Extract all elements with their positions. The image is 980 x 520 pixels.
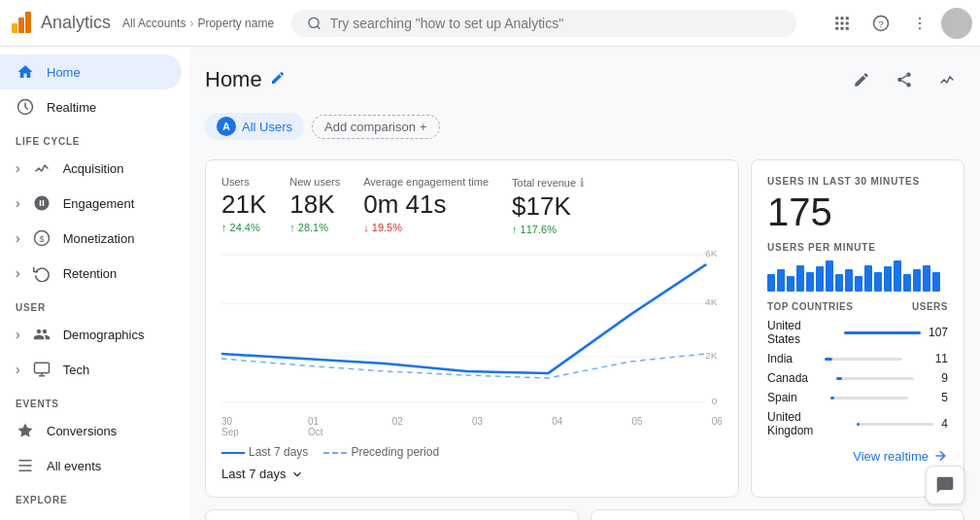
mini-bar <box>923 265 930 292</box>
chat-btn[interactable] <box>926 466 964 504</box>
svg-rect-5 <box>835 17 838 19</box>
sidebar-item-realtime[interactable]: Realtime <box>0 89 182 124</box>
mini-bar <box>913 269 921 292</box>
chart-legend: Last 7 days Preceding period <box>221 445 723 459</box>
insights-action-btn[interactable] <box>929 62 964 97</box>
country-bar <box>825 358 832 361</box>
svg-rect-11 <box>835 26 838 29</box>
metric-new-users-label: New users <box>289 176 340 188</box>
expand-icon-retention: › <box>16 265 20 281</box>
share-action-btn[interactable] <box>887 62 922 97</box>
country-count: 4 <box>941 417 948 431</box>
svg-text:6K: 6K <box>705 249 718 259</box>
add-comparison-btn[interactable]: Add comparison + <box>312 115 440 139</box>
page-title-area: Home <box>205 67 286 92</box>
view-realtime-btn[interactable]: View realtime <box>767 448 948 464</box>
svg-text:2K: 2K <box>705 351 718 361</box>
sidebar-item-engagement[interactable]: › Engagement <box>0 186 182 221</box>
svg-point-17 <box>919 21 921 23</box>
country-name: Canada <box>767 371 808 385</box>
x-label-6: 06 <box>712 416 723 437</box>
country-count: 9 <box>941 371 948 385</box>
all-users-chip[interactable]: A All Users <box>205 113 304 140</box>
svg-marker-25 <box>18 424 33 437</box>
svg-point-34 <box>897 78 902 83</box>
mini-bar <box>777 269 785 292</box>
sidebar-item-home[interactable]: Home <box>0 54 182 89</box>
help-icon-btn[interactable]: ? <box>863 6 898 41</box>
realtime-icon <box>16 97 35 117</box>
country-row: United States 107 <box>767 316 948 349</box>
sidebar-item-retention[interactable]: › Retention <box>0 256 182 291</box>
svg-line-4 <box>318 25 321 28</box>
avatar[interactable] <box>941 8 972 39</box>
svg-text:?: ? <box>878 17 884 28</box>
sidebar-item-monetization[interactable]: › $ Monetization <box>0 221 182 256</box>
metric-revenue-value: $17K <box>512 191 585 222</box>
mini-bar <box>932 272 940 292</box>
metric-new-users: New users 18K ↑ 28.1% <box>289 176 340 233</box>
country-name: India <box>767 352 793 365</box>
chart-svg: 6K 4K 2K 0 <box>221 247 723 412</box>
chart-area: 6K 4K 2K 0 <box>221 247 723 412</box>
sidebar-item-tech[interactable]: › Tech <box>0 352 182 387</box>
legend-current: Last 7 days <box>221 445 308 459</box>
insights-card: Insights 16+ <box>205 509 579 520</box>
search-box[interactable] <box>291 10 796 37</box>
sidebar-item-analysis[interactable]: › Analysis <box>0 509 182 520</box>
search-input[interactable] <box>330 16 782 31</box>
metric-users: Users 21K ↑ 24.4% <box>221 176 266 233</box>
mini-bar <box>787 276 794 292</box>
realtime-section-title: USERS IN LAST 30 MINUTES <box>767 176 948 187</box>
country-bar <box>857 423 860 426</box>
metric-revenue-change: ↑ 117.6% <box>512 224 585 235</box>
breadcrumb: All Accounts › Property name <box>122 17 274 30</box>
all-events-icon <box>16 456 35 475</box>
svg-rect-13 <box>846 26 849 29</box>
country-row: Canada 9 <box>767 368 948 388</box>
edit-title-icon[interactable] <box>270 70 286 89</box>
page-header: Home <box>205 62 964 97</box>
metric-users-value: 21K <box>221 190 266 220</box>
svg-line-36 <box>901 81 906 84</box>
chart-x-labels: 30Sep 01Oct 02 03 04 05 06 <box>221 416 723 437</box>
grid-icon-btn[interactable] <box>825 6 860 41</box>
countries-header-name: TOP COUNTRIES <box>767 301 853 312</box>
countries-list: United States 107 India 11 Canada 9 Spai… <box>767 316 948 440</box>
sidebar-item-acquisition[interactable]: › Acquisition <box>0 151 182 186</box>
svg-point-18 <box>919 27 921 29</box>
sidebar-item-tech-label: Tech <box>63 363 89 377</box>
header-actions: ? <box>825 6 972 41</box>
sidebar: Home Realtime LIFE CYCLE › Acquisition ›… <box>0 47 189 520</box>
app-title: Analytics <box>41 13 111 33</box>
x-label-0: 30Sep <box>221 416 239 437</box>
mini-bars <box>767 257 948 292</box>
svg-rect-1 <box>18 17 24 33</box>
page-title: Home <box>205 67 262 92</box>
app-header: Analytics All Accounts › Property name ? <box>0 0 980 47</box>
bottom-row: Insights 16+ WHERE DO YOUR NEW USERS COM… <box>205 509 964 520</box>
help-circle-icon[interactable]: ℹ <box>580 176 585 190</box>
country-name: United Kingdom <box>767 410 849 437</box>
chevron-down-icon <box>290 468 304 481</box>
svg-rect-22 <box>34 363 49 373</box>
x-label-5: 05 <box>632 416 643 437</box>
expand-icon: › <box>16 160 20 176</box>
period-select[interactable]: Last 7 days <box>221 467 723 481</box>
mini-bar <box>826 260 833 292</box>
legend-preceding: Preceding period <box>323 445 439 459</box>
svg-rect-26 <box>18 460 32 462</box>
sidebar-item-demographics[interactable]: › Demographics <box>0 317 182 352</box>
country-bar <box>844 331 921 334</box>
edit-action-btn[interactable] <box>844 62 879 97</box>
sidebar-item-all-events[interactable]: All events <box>0 448 182 483</box>
sidebar-item-conversions[interactable]: Conversions <box>0 413 182 448</box>
breadcrumb-separator: › <box>189 17 193 30</box>
metric-engagement-change: ↓ 19.5% <box>363 222 489 233</box>
more-options-btn[interactable] <box>902 6 937 41</box>
x-label-3: 03 <box>472 416 483 437</box>
breadcrumb-property: Property name <box>197 17 274 30</box>
metric-users-change: ↑ 24.4% <box>221 222 266 233</box>
all-users-chip-label: All Users <box>242 120 292 134</box>
country-bar <box>830 397 834 399</box>
